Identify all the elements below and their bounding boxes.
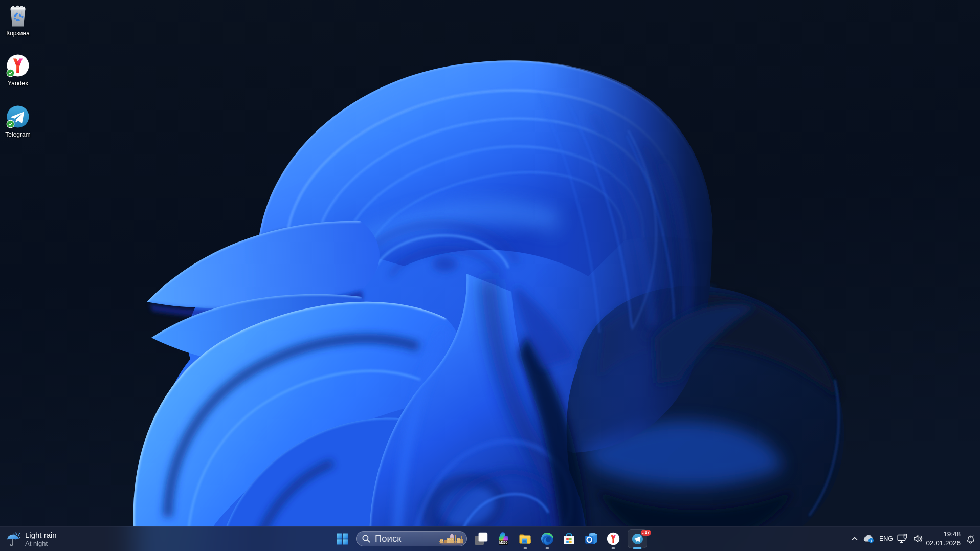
svg-text:M365: M365 [499, 541, 507, 544]
svg-text:i: i [871, 538, 872, 543]
svg-text:z: z [972, 534, 974, 537]
svg-text:z: z [969, 535, 971, 539]
